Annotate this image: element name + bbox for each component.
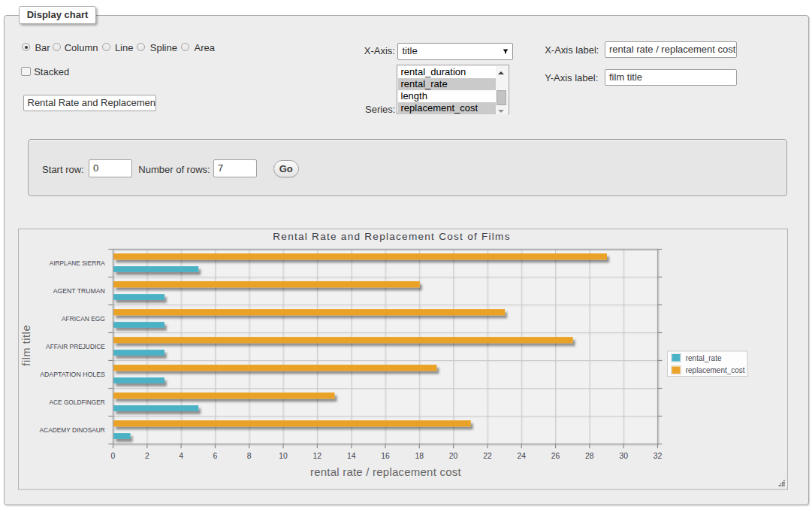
svg-text:10: 10	[279, 452, 288, 460]
svg-text:6: 6	[213, 452, 218, 460]
svg-text:Rental Rate and Replacement Co: Rental Rate and Replacement Cost of Film…	[273, 231, 510, 242]
svg-text:AFRICAN EGG: AFRICAN EGG	[62, 314, 105, 323]
svg-text:AIRPLANE SIERRA: AIRPLANE SIERRA	[50, 259, 106, 267]
svg-text:26: 26	[551, 452, 560, 460]
svg-text:22: 22	[483, 452, 492, 460]
svg-text:28: 28	[585, 452, 594, 460]
svg-text:ADAPTATION HOLES: ADAPTATION HOLES	[40, 370, 105, 378]
svg-text:32: 32	[654, 452, 663, 460]
svg-text:AGENT TRUMAN: AGENT TRUMAN	[53, 286, 105, 295]
svg-text:0: 0	[111, 452, 116, 460]
svg-text:AFFAIR PREJUDICE: AFFAIR PREJUDICE	[46, 342, 105, 350]
svg-text:film title: film title	[20, 325, 32, 366]
svg-text:12: 12	[313, 452, 322, 460]
svg-text:30: 30	[619, 452, 628, 460]
svg-text:ACADEMY DINOSAUR: ACADEMY DINOSAUR	[40, 426, 105, 434]
svg-text:8: 8	[247, 452, 252, 460]
svg-text:16: 16	[381, 452, 390, 460]
svg-text:14: 14	[347, 452, 356, 460]
svg-text:rental rate / replacement cost: rental rate / replacement cost	[310, 465, 461, 478]
svg-text:ACE GOLDFINGER: ACE GOLDFINGER	[50, 398, 105, 406]
svg-text:20: 20	[449, 452, 458, 460]
svg-text:24: 24	[517, 452, 526, 460]
svg-text:replacement_cost: replacement_cost	[686, 366, 745, 374]
svg-text:4: 4	[179, 452, 183, 460]
svg-text:rental_rate: rental_rate	[686, 354, 722, 362]
svg-text:18: 18	[415, 452, 424, 460]
svg-text:2: 2	[145, 452, 149, 460]
